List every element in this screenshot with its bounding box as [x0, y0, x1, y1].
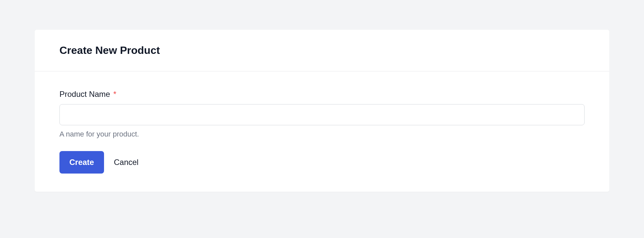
required-indicator: *	[113, 90, 116, 99]
product-name-group: Product Name * A name for your product.	[59, 90, 585, 139]
action-buttons: Create Cancel	[59, 151, 585, 174]
create-product-card: Create New Product Product Name * A name…	[35, 30, 609, 192]
card-header: Create New Product	[35, 30, 609, 71]
product-name-label-text: Product Name	[59, 90, 110, 99]
create-button[interactable]: Create	[59, 151, 104, 174]
product-name-help: A name for your product.	[59, 130, 585, 139]
card-body: Product Name * A name for your product. …	[35, 71, 609, 192]
product-name-label: Product Name *	[59, 90, 585, 99]
page-title: Create New Product	[59, 44, 585, 57]
cancel-button[interactable]: Cancel	[114, 158, 139, 167]
product-name-input[interactable]	[59, 104, 585, 125]
